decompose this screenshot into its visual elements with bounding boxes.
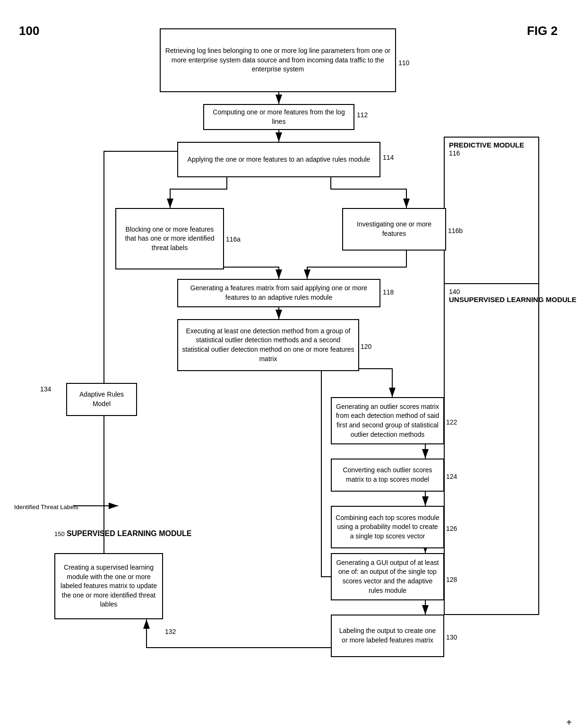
box-126: Combining each top scores module using a… [331, 506, 444, 548]
box-114: Applying the one or more features to an … [177, 142, 380, 177]
box-118: Generating a features matrix from said a… [177, 279, 380, 307]
unsupervised-module-label: 140 UNSUPERVISED LEARNING MODULE [449, 287, 577, 303]
predictive-module-label: PREDICTIVE MODULE 116 [449, 141, 524, 157]
identified-threat-label: Identified Threat Labels [14, 503, 78, 511]
label-126: 126 [446, 525, 457, 532]
box-132-text: Creating a supervised learning module wi… [59, 563, 158, 609]
box-124-text: Converting each outlier scores matrix to… [336, 466, 440, 484]
label-120: 120 [361, 343, 371, 350]
svg-rect-10 [444, 284, 539, 615]
label-110: 110 [398, 59, 409, 67]
svg-rect-9 [444, 137, 539, 284]
fig-label: FIG 2 [527, 24, 558, 38]
box-124: Converting each outlier scores matrix to… [331, 459, 444, 492]
box-134-text: Adaptive Rules Model [71, 390, 132, 408]
box-112: Computing one or more features from the … [203, 104, 354, 130]
box-116b-text: Investigating one or more features [347, 220, 441, 238]
box-130-text: Labeling the output to create one or mor… [336, 626, 440, 645]
label-124: 124 [446, 473, 457, 480]
box-128: Generating a GUI output of at least one … [331, 553, 444, 600]
plus-sign: + [566, 717, 572, 728]
box-132: Creating a supervised learning module wi… [54, 553, 163, 619]
label-132: 132 [165, 628, 176, 635]
box-110: Retrieving log lines belonging to one or… [160, 28, 396, 92]
label-114: 114 [383, 154, 394, 161]
box-120: Executing at least one detection method … [177, 319, 359, 371]
box-112-text: Computing one or more features from the … [208, 108, 350, 126]
box-122: Generating an outlier scores matrix from… [331, 397, 444, 444]
label-116b: 116b [448, 227, 463, 234]
supervised-module-label: 150 SUPERVISED LEARNING MODULE [54, 529, 192, 538]
label-128: 128 [446, 576, 457, 583]
diagram-number: 100 [19, 24, 39, 38]
label-134: 134 [40, 385, 51, 393]
box-120-text: Executing at least one detection method … [182, 327, 354, 364]
box-116b: Investigating one or more features [342, 208, 446, 251]
box-110-text: Retrieving log lines belonging to one or… [164, 46, 391, 74]
box-128-text: Generating a GUI output of at least one … [336, 558, 440, 595]
box-126-text: Combining each top scores module using a… [336, 513, 440, 541]
box-130: Labeling the output to create one or mor… [331, 615, 444, 657]
label-130: 130 [446, 633, 457, 641]
box-116a-text: Blocking one or more features that has o… [120, 225, 219, 253]
label-116a: 116a [226, 235, 241, 243]
label-112: 112 [357, 111, 368, 119]
box-122-text: Generating an outlier scores matrix from… [336, 402, 440, 439]
flowchart: 100 FIG 2 [0, 9, 586, 728]
box-114-text: Applying the one or more features to an … [188, 155, 371, 165]
box-116a: Blocking one or more features that has o… [115, 208, 224, 269]
box-134: Adaptive Rules Model [66, 383, 137, 416]
box-118-text: Generating a features matrix from said a… [182, 284, 376, 302]
label-118: 118 [383, 288, 394, 296]
label-122: 122 [446, 418, 457, 426]
